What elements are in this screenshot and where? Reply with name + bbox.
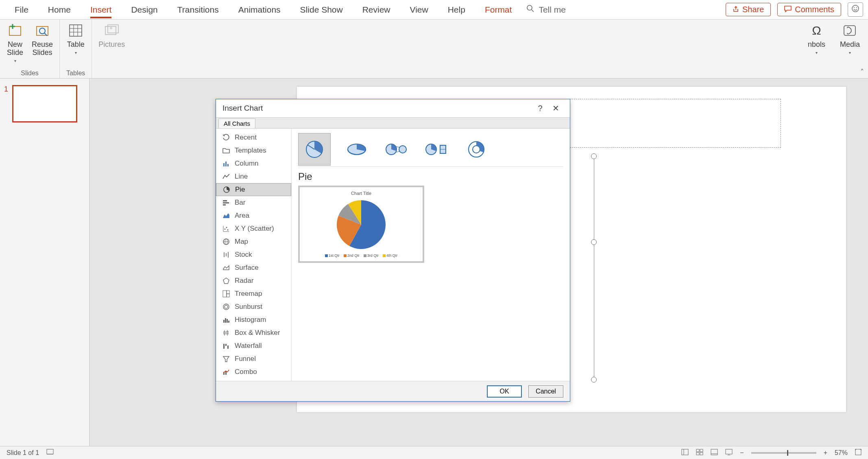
view-reading-button[interactable] (711, 449, 718, 457)
dialog-tabstrip: All Charts (216, 117, 570, 129)
category-bar[interactable]: Bar (216, 196, 291, 209)
bar-of-pie-icon (425, 142, 447, 157)
chart-subtype-row (298, 132, 563, 167)
comment-icon (784, 5, 792, 14)
share-button[interactable]: Share (726, 3, 771, 16)
category-treemap[interactable]: Treemap (216, 287, 291, 300)
category-area[interactable]: Area (216, 209, 291, 222)
ok-button[interactable]: OK (487, 385, 522, 398)
category-funnel[interactable]: Funnel (216, 352, 291, 365)
symbols-button[interactable]: Ω nbols (808, 22, 825, 55)
pictures-icon (103, 22, 120, 39)
category-sunburst[interactable]: Sunburst (216, 300, 291, 313)
category-surface[interactable]: Surface (216, 261, 291, 274)
category-scatter[interactable]: X Y (Scatter) (216, 222, 291, 235)
combo-chart-icon (222, 367, 231, 376)
ribbon: New Slide Reuse Slides Slides Table Tabl… (0, 20, 868, 79)
category-label: Pie (235, 186, 245, 194)
subtype-doughnut[interactable] (462, 136, 490, 163)
menu-insert[interactable]: Insert (81, 2, 122, 18)
dialog-close-button[interactable]: ✕ (548, 101, 563, 116)
chart-category-list[interactable]: Recent Templates Column Line Pie Bar Are… (216, 129, 292, 381)
dialog-titlebar[interactable]: Insert Chart ? ✕ (216, 99, 570, 117)
category-label: Column (235, 160, 259, 168)
svg-point-29 (225, 229, 226, 230)
ribbon-group-slides: New Slide Reuse Slides Slides (0, 20, 60, 79)
subtype-bar-of-pie[interactable] (423, 136, 450, 163)
svg-point-31 (227, 230, 229, 231)
subtype-pie-of-pie[interactable] (383, 136, 410, 163)
fit-to-window-button[interactable] (855, 449, 861, 457)
category-boxwhisker[interactable]: Box & Whisker (216, 326, 291, 339)
dropdown-caret-icon (75, 50, 77, 55)
view-sorter-button[interactable] (696, 449, 703, 457)
menu-view[interactable]: View (400, 2, 438, 18)
menu-review[interactable]: Review (353, 2, 400, 18)
new-slide-button[interactable]: New Slide (7, 22, 24, 63)
category-pie[interactable]: Pie (216, 183, 291, 196)
slide-thumbnail-pane[interactable]: 1 (0, 79, 89, 446)
media-button[interactable]: Media (840, 22, 860, 55)
table-button[interactable]: Table (67, 22, 85, 55)
category-histogram[interactable]: Histogram (216, 313, 291, 326)
category-column[interactable]: Column (216, 157, 291, 170)
slide-edit-area[interactable]: Insert Chart ? ✕ All Charts Recent Templ… (89, 79, 868, 446)
category-templates[interactable]: Templates (216, 144, 291, 157)
svg-rect-17 (108, 25, 118, 33)
category-radar[interactable]: Radar (216, 274, 291, 287)
category-combo[interactable]: Combo (216, 365, 291, 378)
slide-thumbnail-preview[interactable] (12, 85, 77, 122)
menu-animations[interactable]: Animations (229, 2, 290, 18)
category-line[interactable]: Line (216, 170, 291, 183)
tab-all-charts[interactable]: All Charts (218, 118, 255, 128)
subtype-3d-pie[interactable] (343, 136, 371, 163)
dropdown-caret-icon (14, 59, 16, 63)
menu-help[interactable]: Help (438, 2, 475, 18)
view-slideshow-button[interactable] (725, 449, 733, 457)
preview-legend: 1st Qtr2nd Qtr3rd Qtr4th Qtr (325, 254, 398, 258)
category-waterfall[interactable]: Waterfall (216, 339, 291, 352)
menu-transitions[interactable]: Transitions (168, 2, 229, 18)
chart-preview-thumbnail[interactable]: Chart Title 1st Qtr2nd Qtr3rd Qtr4th Qtr (298, 186, 424, 263)
zoom-slider[interactable] (751, 452, 816, 454)
waterfall-chart-icon (222, 341, 231, 350)
sunburst-chart-icon (222, 302, 231, 311)
cancel-button[interactable]: Cancel (528, 385, 563, 398)
category-label: Radar (235, 277, 253, 285)
category-recent[interactable]: Recent (216, 131, 291, 144)
reuse-slides-button[interactable]: Reuse Slides (32, 22, 53, 57)
pie-icon (304, 139, 325, 160)
category-stock[interactable]: Stock (216, 248, 291, 261)
status-bar: Slide 1 of 1 − + 57% (0, 446, 868, 459)
recent-icon (222, 133, 231, 142)
tell-me-search[interactable]: Tell me (526, 4, 566, 15)
pictures-button[interactable]: Pictures (98, 22, 125, 49)
category-map[interactable]: Map (216, 235, 291, 248)
menu-format[interactable]: Format (475, 2, 522, 18)
view-normal-button[interactable] (681, 449, 689, 457)
workspace: 1 Insert Chart ? ✕ All Charts (0, 79, 868, 446)
svg-rect-25 (223, 202, 229, 203)
menu-home[interactable]: Home (38, 2, 81, 18)
notes-button[interactable] (46, 449, 54, 457)
menu-file[interactable]: File (5, 2, 38, 18)
svg-rect-26 (223, 204, 226, 205)
dialog-help-button[interactable]: ? (532, 101, 548, 116)
fit-window-icon (855, 449, 861, 455)
zoom-out-button[interactable]: − (740, 449, 744, 457)
zoom-percent[interactable]: 57% (835, 449, 848, 457)
preview-pie-icon (335, 198, 388, 251)
collapse-ribbon-button[interactable]: ˄ (860, 68, 864, 76)
surface-chart-icon (222, 263, 231, 272)
menu-design[interactable]: Design (121, 2, 167, 18)
smile-icon (851, 4, 859, 15)
comments-button[interactable]: Comments (777, 3, 841, 16)
feedback-smile-button[interactable] (848, 2, 863, 17)
zoom-in-button[interactable]: + (824, 449, 827, 457)
category-label: Box & Whisker (235, 329, 280, 337)
slide-thumbnail[interactable]: 1 (4, 85, 85, 122)
menu-slideshow[interactable]: Slide Show (290, 2, 353, 18)
line-chart-icon (222, 172, 231, 181)
svg-point-42 (223, 304, 229, 310)
subtype-pie[interactable] (298, 133, 331, 166)
